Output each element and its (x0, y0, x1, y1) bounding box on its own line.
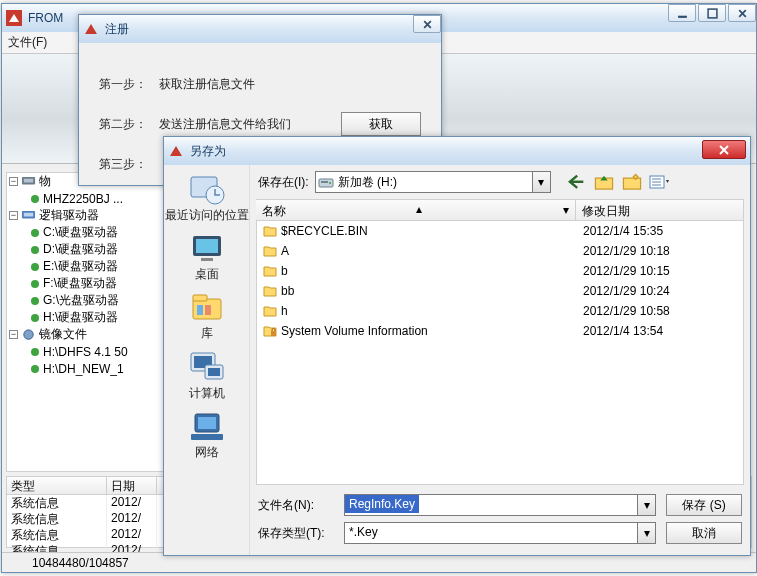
place-label: 库 (201, 327, 213, 340)
filename-label: 文件名(N): (258, 497, 344, 514)
step2-text: 发送注册信息文件给我们 (159, 116, 291, 133)
new-folder-button[interactable] (621, 172, 643, 192)
chevron-down-icon[interactable]: ▾ (563, 203, 569, 217)
places-bar: 最近访问的位置 桌面 库 计算机 网络 (164, 165, 250, 555)
place-recent[interactable]: 最近访问的位置 (164, 171, 249, 222)
file-name: bb (281, 284, 294, 298)
register-title: 注册 (105, 21, 129, 38)
tree-item-label[interactable]: E:\硬盘驱动器 (43, 258, 118, 275)
col-date[interactable]: 修改日期 (576, 200, 744, 220)
file-row[interactable]: A2012/1/29 10:18 (257, 241, 743, 261)
grid-cell-type: 系统信息 (7, 495, 107, 511)
computer-icon (185, 349, 229, 387)
recent-icon (185, 171, 229, 209)
tree-item-label[interactable]: H:\DH_NEW_1 (43, 362, 124, 376)
place-network[interactable]: 网络 (164, 408, 249, 459)
device-icon (21, 175, 36, 188)
place-desktop[interactable]: 桌面 (164, 230, 249, 281)
file-name-cell: bb (257, 284, 577, 298)
expander-icon[interactable]: − (9, 330, 18, 339)
save-in-combo[interactable]: 新加卷 (H:) ▾ (315, 171, 551, 193)
grid-cell-date: 2012/ (107, 495, 157, 511)
main-title: FROM (28, 11, 63, 25)
bullet-icon (31, 263, 39, 271)
bullet-icon (31, 246, 39, 254)
place-computer[interactable]: 计算机 (164, 349, 249, 400)
col-date-label: 修改日期 (582, 204, 630, 218)
tree-item-label[interactable]: G:\光盘驱动器 (43, 292, 119, 309)
save-title: 另存为 (190, 143, 226, 160)
filename-input[interactable]: RegInfo.Key ▾ (344, 494, 656, 516)
grid-col-type[interactable]: 类型 (7, 477, 107, 494)
grid-cell-type: 系统信息 (7, 511, 107, 527)
get-button[interactable]: 获取 (341, 112, 421, 136)
image-files-icon (21, 328, 36, 341)
chevron-down-icon[interactable]: ▾ (532, 172, 550, 192)
svg-rect-16 (205, 305, 211, 315)
filetype-select[interactable]: *.Key ▾ (344, 522, 656, 544)
up-folder-button[interactable] (593, 172, 615, 192)
save-button[interactable]: 保存 (S) (666, 494, 742, 516)
bullet-icon (31, 348, 39, 356)
menu-file[interactable]: 文件(F) (8, 34, 47, 51)
svg-rect-4 (24, 179, 33, 183)
grid-col-date[interactable]: 日期 (107, 477, 157, 494)
cancel-button[interactable]: 取消 (666, 522, 742, 544)
chevron-down-icon[interactable]: ▾ (637, 523, 655, 543)
file-row[interactable]: $RECYCLE.BIN2012/1/4 15:35 (257, 221, 743, 241)
tree-root-label: 物 (39, 173, 51, 190)
expander-icon[interactable]: − (9, 177, 18, 186)
svg-point-26 (329, 182, 331, 184)
bullet-icon (31, 195, 39, 203)
svg-rect-6 (24, 213, 33, 217)
tree-item-label[interactable]: D:\硬盘驱动器 (43, 241, 118, 258)
tree-item-label[interactable]: H:\硬盘驱动器 (43, 309, 118, 326)
file-row[interactable]: System Volume Information2012/1/4 13:54 (257, 321, 743, 341)
tree-item-label[interactable]: H:\DHFS 4.1 50 (43, 345, 128, 359)
grid-cell-date: 2012/ (107, 527, 157, 543)
tree-item-label[interactable]: C:\硬盘驱动器 (43, 224, 118, 241)
device-tree[interactable]: − 物 MHZ2250BJ ... − 逻辑驱动器 C:\硬盘驱动器 D:\硬盘… (6, 172, 176, 472)
svg-rect-28 (623, 178, 640, 189)
status-text: 10484480/104857 (32, 556, 129, 570)
col-name-label: 名称 (262, 204, 286, 218)
place-label: 桌面 (195, 268, 219, 281)
file-date-cell: 2012/1/29 10:15 (577, 264, 743, 278)
col-name[interactable]: 名称 ▴ ▾ (256, 200, 576, 220)
save-titlebar[interactable]: 另存为 (164, 137, 750, 165)
save-in-label: 保存在(I): (258, 174, 309, 191)
close-button[interactable] (728, 4, 756, 22)
network-icon (185, 408, 229, 446)
app-icon (168, 143, 184, 159)
file-name-cell: System Volume Information (257, 324, 577, 338)
place-libraries[interactable]: 库 (164, 289, 249, 340)
chevron-down-icon[interactable]: ▾ (637, 495, 655, 515)
view-menu-button[interactable] (649, 172, 671, 192)
svg-rect-20 (208, 368, 220, 376)
file-date-cell: 2012/1/29 10:18 (577, 244, 743, 258)
maximize-button[interactable] (698, 4, 726, 22)
back-button[interactable] (565, 172, 587, 192)
close-button[interactable] (702, 140, 746, 159)
expander-icon[interactable]: − (9, 211, 18, 220)
file-name-cell: h (257, 304, 577, 318)
bullet-icon (31, 314, 39, 322)
file-date-cell: 2012/1/29 10:24 (577, 284, 743, 298)
file-name: System Volume Information (281, 324, 428, 338)
register-titlebar[interactable]: 注册 (79, 15, 441, 43)
drive-icon (318, 174, 334, 190)
file-row[interactable]: bb2012/1/29 10:24 (257, 281, 743, 301)
file-name: $RECYCLE.BIN (281, 224, 368, 238)
close-button[interactable] (413, 15, 441, 33)
bullet-icon (31, 280, 39, 288)
file-row[interactable]: b2012/1/29 10:15 (257, 261, 743, 281)
tree-item-label[interactable]: F:\硬盘驱动器 (43, 275, 117, 292)
tree-group-label[interactable]: 逻辑驱动器 (39, 207, 99, 224)
tree-group-label[interactable]: 镜像文件 (39, 326, 87, 343)
grid-cell-date: 2012/ (107, 511, 157, 527)
file-row[interactable]: h2012/1/29 10:58 (257, 301, 743, 321)
file-list[interactable]: $RECYCLE.BIN2012/1/4 15:35A2012/1/29 10:… (256, 221, 744, 485)
step1-label: 第一步： (99, 76, 159, 93)
minimize-button[interactable] (668, 4, 696, 22)
file-name-cell: A (257, 244, 577, 258)
